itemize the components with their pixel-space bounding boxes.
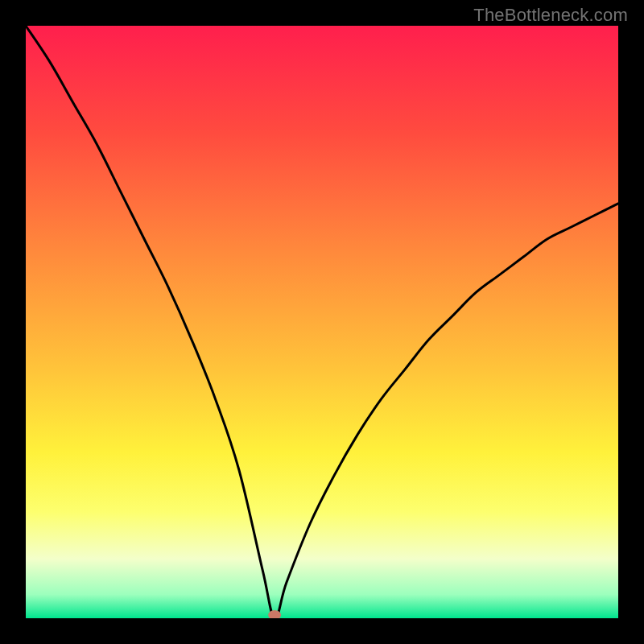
- gradient-background: [26, 26, 618, 618]
- bottleneck-chart: [26, 26, 618, 618]
- chart-frame: TheBottleneck.com: [0, 0, 644, 644]
- watermark-text: TheBottleneck.com: [473, 5, 628, 26]
